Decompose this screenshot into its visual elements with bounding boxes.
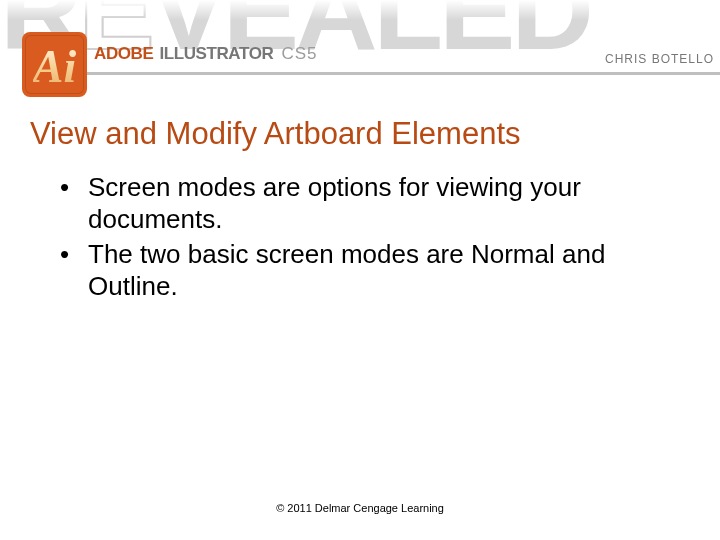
banner-divider bbox=[70, 72, 720, 75]
header-banner: REVEALED CHRIS BOTELLO Ai ADOBE ILLUSTRA… bbox=[0, 0, 720, 98]
brand-label: ADOBE bbox=[94, 44, 153, 64]
bullet-item: Screen modes are options for viewing you… bbox=[60, 172, 680, 235]
product-version: CS5 bbox=[281, 44, 317, 64]
illustrator-app-icon-glyph: Ai bbox=[33, 44, 76, 90]
product-label: ILLUSTRATOR bbox=[159, 44, 273, 64]
copyright-footer: © 2011 Delmar Cengage Learning bbox=[0, 502, 720, 514]
illustrator-app-icon: Ai bbox=[22, 32, 87, 97]
slide-title: View and Modify Artboard Elements bbox=[30, 116, 521, 152]
bullet-item: The two basic screen modes are Normal an… bbox=[60, 239, 680, 302]
slide: REVEALED CHRIS BOTELLO Ai ADOBE ILLUSTRA… bbox=[0, 0, 720, 540]
bullet-list: Screen modes are options for viewing you… bbox=[60, 172, 680, 307]
product-title-line: ADOBE ILLUSTRATOR CS5 bbox=[94, 44, 317, 64]
banner-top-fade bbox=[0, 0, 720, 20]
author-name: CHRIS BOTELLO bbox=[605, 52, 714, 66]
